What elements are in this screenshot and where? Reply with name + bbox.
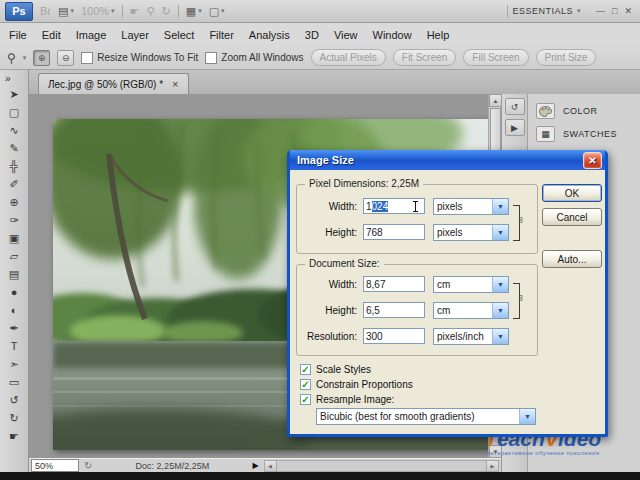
tool-3d-rotate[interactable]: ↺ bbox=[3, 391, 25, 409]
scroll-left-icon[interactable]: ◀ bbox=[265, 461, 277, 471]
hand-tool-icon[interactable]: ☛ bbox=[130, 5, 140, 18]
tool-preset-chevron-icon[interactable]: ▾ bbox=[23, 54, 27, 62]
tool-rectangular-marquee[interactable]: ▢ bbox=[3, 103, 25, 121]
dropdown-arrow-icon: ▼ bbox=[519, 409, 535, 424]
checkbox-check-icon: ✓ bbox=[300, 394, 311, 405]
menu-item-filter[interactable]: Filter bbox=[209, 29, 233, 41]
tool-brush[interactable]: ✑ bbox=[3, 211, 25, 229]
tool-lasso[interactable]: ∿ bbox=[3, 121, 25, 139]
constrain-proportions-checkbox[interactable]: ✓ Constrain Proportions bbox=[300, 378, 413, 391]
resample-image-checkbox[interactable]: ✓ Resample Image: bbox=[300, 393, 394, 406]
tool-clone-stamp[interactable]: ▣ bbox=[3, 229, 25, 247]
tool-move[interactable]: ➤ bbox=[3, 85, 25, 103]
zoom-level-dropdown[interactable]: 100%▾ bbox=[81, 5, 115, 17]
checkbox-check-icon: ✓ bbox=[300, 364, 311, 375]
doc-height-unit-select[interactable]: cm ▼ bbox=[433, 302, 509, 319]
chevron-down-icon: ▾ bbox=[577, 7, 581, 15]
dialog-close-icon[interactable]: ✕ bbox=[583, 152, 602, 169]
menu-item-image[interactable]: Image bbox=[76, 29, 107, 41]
tool-blur[interactable]: ● bbox=[3, 283, 25, 301]
auto-button[interactable]: Auto... bbox=[542, 250, 602, 268]
chevron-down-icon: ▾ bbox=[198, 7, 202, 15]
arrange-documents-icon[interactable]: ▦▾ bbox=[186, 5, 202, 18]
close-button[interactable]: ✕ bbox=[624, 6, 632, 16]
tool-shape[interactable]: ▭ bbox=[3, 373, 25, 391]
zoom-tool-icon[interactable]: ⚲ bbox=[7, 51, 16, 65]
pixel-height-input[interactable]: 768 bbox=[363, 224, 425, 240]
actual-pixels-button[interactable]: Actual Pixels bbox=[311, 49, 386, 66]
fill-screen-button[interactable]: Fill Screen bbox=[463, 49, 528, 66]
pixel-width-input[interactable]: 1024 bbox=[363, 198, 425, 214]
print-size-button[interactable]: Print Size bbox=[536, 49, 597, 66]
horizontal-scrollbar[interactable]: ◀ ▶ bbox=[264, 460, 499, 472]
tool-pen[interactable]: ✒ bbox=[3, 319, 25, 337]
dropdown-arrow-icon: ▼ bbox=[492, 277, 508, 292]
tool-crop[interactable]: ╬ bbox=[3, 157, 25, 175]
dialog-title-bar[interactable]: Image Size ✕ bbox=[290, 150, 605, 170]
tool-dodge[interactable]: ◐ bbox=[3, 301, 25, 319]
chevron-down-icon: ▾ bbox=[221, 7, 225, 15]
resolution-unit-select[interactable]: pixels/inch ▼ bbox=[433, 328, 509, 345]
tool-eyedropper[interactable]: ✐ bbox=[3, 175, 25, 193]
rotate-view-icon[interactable]: ↻ bbox=[162, 5, 171, 18]
swatches-grid-icon: ▦ bbox=[536, 126, 555, 142]
menu-item-3d[interactable]: 3D bbox=[305, 29, 319, 41]
tool-spot-healing-brush[interactable]: ⊕ bbox=[3, 193, 25, 211]
zoom-tool-icon[interactable]: ⚲ bbox=[146, 5, 154, 18]
menu-item-view[interactable]: View bbox=[334, 29, 358, 41]
doc-width-unit-select[interactable]: cm ▼ bbox=[433, 276, 509, 293]
doc-height-input[interactable]: 6,5 bbox=[363, 302, 425, 318]
pixel-height-unit-select[interactable]: pixels ▼ bbox=[433, 224, 509, 241]
tool-type[interactable]: T bbox=[3, 337, 25, 355]
history-panel-icon[interactable]: ↺ bbox=[505, 98, 525, 115]
fit-screen-button[interactable]: Fit Screen bbox=[393, 49, 457, 66]
menu-item-file[interactable]: File bbox=[9, 29, 27, 41]
swatches-panel-button[interactable]: ▦ SWATCHES bbox=[536, 126, 617, 142]
scale-styles-checkbox[interactable]: ✓ Scale Styles bbox=[300, 363, 371, 376]
tool-quick-selection[interactable]: ✎ bbox=[3, 139, 25, 157]
tool-gradient[interactable]: ▤ bbox=[3, 265, 25, 283]
screen-mode-icon[interactable]: ▢▾ bbox=[209, 5, 225, 18]
document-tab-title: Лес.jpg @ 50% (RGB/0) * bbox=[48, 79, 163, 90]
resample-method-select[interactable]: Bicubic (best for smooth gradients) ▼ bbox=[316, 408, 536, 425]
document-tab[interactable]: Лес.jpg @ 50% (RGB/0) * × bbox=[38, 73, 189, 94]
tool-eraser[interactable]: ▱ bbox=[3, 247, 25, 265]
bridge-icon[interactable]: Br bbox=[40, 5, 51, 17]
menu-item-window[interactable]: Window bbox=[373, 29, 412, 41]
menu-item-analysis[interactable]: Analysis bbox=[249, 29, 290, 41]
minimize-button[interactable]: — bbox=[596, 6, 605, 16]
resolution-input[interactable]: 300 bbox=[363, 328, 425, 344]
menu-item-edit[interactable]: Edit bbox=[42, 29, 61, 41]
tool-3d-orbit[interactable]: ↻ bbox=[3, 409, 25, 427]
maximize-button[interactable]: □ bbox=[612, 6, 617, 16]
zoom-all-windows-checkbox[interactable]: Zoom All Windows bbox=[205, 52, 303, 64]
zoom-percentage-field[interactable]: 50% bbox=[31, 459, 79, 472]
status-menu-icon[interactable]: ▶ bbox=[252, 461, 258, 470]
document-size-info[interactable]: Doc: 2,25M/2,25M bbox=[97, 461, 247, 471]
ok-button[interactable]: OK bbox=[542, 184, 602, 202]
menu-item-select[interactable]: Select bbox=[164, 29, 195, 41]
menu-item-layer[interactable]: Layer bbox=[121, 29, 149, 41]
tab-close-icon[interactable]: × bbox=[172, 79, 178, 90]
scroll-right-icon[interactable]: ▶ bbox=[486, 461, 498, 471]
zoom-out-button[interactable]: ⊖ bbox=[57, 50, 74, 66]
pixel-width-unit-select[interactable]: pixels ▼ bbox=[433, 198, 509, 215]
checkbox-check-icon: ✓ bbox=[300, 379, 311, 390]
document-size-legend: Document Size: bbox=[305, 258, 384, 269]
toolbox-collapse-icon[interactable]: » bbox=[0, 72, 11, 85]
tool-path-selection[interactable]: ➣ bbox=[3, 355, 25, 373]
resize-windows-checkbox[interactable]: Resize Windows To Fit bbox=[81, 52, 198, 64]
swatches-panel-label: SWATCHES bbox=[563, 129, 617, 139]
photoshop-logo: Ps bbox=[5, 2, 33, 21]
actions-panel-icon[interactable]: ▶ bbox=[505, 119, 525, 136]
cancel-button[interactable]: Cancel bbox=[542, 208, 602, 226]
menu-item-help[interactable]: Help bbox=[427, 29, 450, 41]
view-extras-icon[interactable]: ▤▾ bbox=[58, 5, 74, 18]
workspace-switcher[interactable]: ESSENTIALS▾ bbox=[507, 5, 581, 18]
checkbox-box bbox=[205, 52, 217, 64]
color-panel-label: COLOR bbox=[563, 106, 598, 116]
zoom-in-button[interactable]: ⊕ bbox=[33, 50, 50, 66]
doc-width-input[interactable]: 8,67 bbox=[363, 276, 425, 292]
tool-hand[interactable]: ☛ bbox=[3, 427, 25, 445]
color-panel-button[interactable]: COLOR bbox=[536, 103, 598, 119]
